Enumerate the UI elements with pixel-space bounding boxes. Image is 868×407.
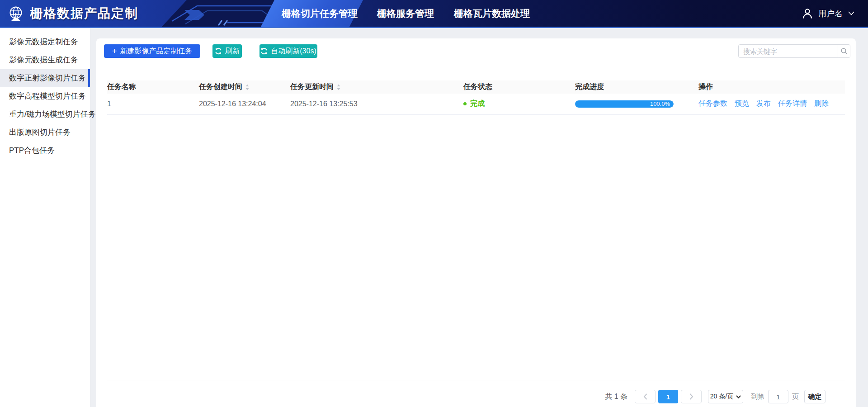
main-area: + 新建影像产品定制任务 刷新 bbox=[90, 28, 868, 407]
next-page-button[interactable] bbox=[681, 390, 702, 403]
progress-bar: 100.0% bbox=[575, 100, 674, 108]
table-header-row: 任务名称 任务创建时间 任务更新时间 bbox=[107, 80, 845, 94]
task-name-cell: 1 bbox=[107, 94, 199, 114]
pagination-divider bbox=[107, 380, 845, 380]
search-icon bbox=[840, 47, 848, 55]
tab-raster-tile-data-processing[interactable]: 栅格瓦片数据处理 bbox=[449, 0, 535, 27]
goto-confirm-button[interactable]: 确定 bbox=[804, 390, 826, 403]
progress-label: 100.0% bbox=[650, 100, 674, 107]
sidebar-item-dem-slice-task[interactable]: 数字高程模型切片任务 bbox=[0, 87, 90, 105]
auto-refresh-icon bbox=[260, 47, 268, 55]
sidebar-item-gravity-magnetic-slice-task[interactable]: 重力/磁力场模型切片任务 bbox=[0, 105, 90, 123]
col-task-status: 任务状态 bbox=[463, 80, 575, 94]
status-badge: 完成 bbox=[470, 99, 485, 109]
user-name: 用户名 bbox=[818, 8, 843, 19]
col-progress: 完成进度 bbox=[575, 80, 698, 94]
action-delete[interactable]: 删除 bbox=[814, 99, 829, 109]
pagination: 共 1 条 1 20 条/页 到第 页 确定 bbox=[605, 390, 826, 403]
brand: 栅格数据产品定制 bbox=[7, 0, 138, 27]
auto-refresh-button[interactable]: 自动刷新(30s) bbox=[259, 44, 317, 58]
app-title: 栅格数据产品定制 bbox=[30, 5, 138, 22]
toolbar: + 新建影像产品定制任务 刷新 bbox=[104, 44, 317, 58]
action-task-detail[interactable]: 任务详情 bbox=[778, 99, 807, 109]
sort-carets-icon[interactable] bbox=[245, 84, 250, 91]
col-task-name: 任务名称 bbox=[107, 80, 199, 94]
tab-raster-service-mgmt[interactable]: 栅格服务管理 bbox=[363, 0, 448, 27]
sidebar-item-published-map-slice-task[interactable]: 出版原图切片任务 bbox=[0, 123, 90, 142]
created-time-cell: 2025-12-16 13:24:04 bbox=[199, 94, 290, 114]
user-icon bbox=[802, 8, 813, 19]
updated-time-cell: 2025-12-16 13:25:53 bbox=[290, 94, 463, 114]
app-header: 栅格数据产品定制 栅格切片任务管理 栅格服务管理 栅格瓦片数据处理 用户名 bbox=[0, 0, 868, 28]
refresh-icon bbox=[215, 47, 222, 55]
search-box bbox=[738, 44, 850, 58]
chevron-down-icon bbox=[848, 11, 854, 15]
tab-raster-slice-task-mgmt[interactable]: 栅格切片任务管理 bbox=[277, 0, 363, 27]
sidebar-item-image-metadata-custom-task[interactable]: 影像元数据定制任务 bbox=[0, 33, 90, 51]
new-task-button[interactable]: + 新建影像产品定制任务 bbox=[104, 44, 200, 58]
user-menu[interactable]: 用户名 bbox=[802, 0, 854, 27]
refresh-button[interactable]: 刷新 bbox=[212, 44, 242, 58]
plus-icon: + bbox=[112, 47, 117, 55]
goto-suffix-label: 页 bbox=[792, 393, 799, 401]
page-number-button[interactable]: 1 bbox=[658, 390, 678, 403]
action-publish[interactable]: 发布 bbox=[756, 99, 771, 109]
select-chevron-icon bbox=[736, 395, 741, 398]
action-preview[interactable]: 预览 bbox=[735, 99, 749, 109]
chevron-right-icon bbox=[689, 393, 693, 400]
sidebar-item-ptp-package-task[interactable]: PTP合包任务 bbox=[0, 142, 90, 160]
progress-fill: 100.0% bbox=[575, 100, 674, 108]
col-created-time[interactable]: 任务创建时间 bbox=[199, 80, 290, 94]
status-dot bbox=[463, 102, 467, 105]
prev-page-button[interactable] bbox=[635, 390, 656, 403]
action-task-params[interactable]: 任务参数 bbox=[698, 99, 727, 109]
goto-page-input[interactable] bbox=[768, 390, 788, 403]
search-button[interactable] bbox=[838, 45, 850, 57]
col-actions: 操作 bbox=[698, 80, 845, 94]
globe-logo-icon bbox=[7, 5, 24, 22]
sidebar-item-image-metadata-generate-task[interactable]: 影像元数据生成任务 bbox=[0, 51, 90, 69]
actions-cell: 任务参数 预览 发布 任务详情 删除 bbox=[698, 94, 845, 114]
chevron-left-icon bbox=[643, 393, 647, 400]
status-cell: 完成 bbox=[463, 94, 575, 114]
goto-prefix-label: 到第 bbox=[751, 393, 764, 401]
progress-cell: 100.0% bbox=[575, 94, 698, 114]
content-card: + 新建影像产品定制任务 刷新 bbox=[96, 38, 856, 407]
table-row: 1 2025-12-16 13:24:04 2025-12-16 13:25:5… bbox=[107, 94, 845, 114]
sort-carets-icon[interactable] bbox=[336, 84, 341, 91]
sidebar: 影像元数据定制任务 影像元数据生成任务 数字正射影像切片任务 数字高程模型切片任… bbox=[0, 28, 90, 407]
search-input[interactable] bbox=[739, 45, 838, 57]
col-updated-time[interactable]: 任务更新时间 bbox=[290, 80, 463, 94]
task-table: 任务名称 任务创建时间 任务更新时间 bbox=[107, 80, 845, 115]
total-count: 共 1 条 bbox=[605, 392, 627, 402]
page-size-select[interactable]: 20 条/页 bbox=[708, 390, 743, 403]
sidebar-item-dom-slice-task[interactable]: 数字正射影像切片任务 bbox=[0, 69, 90, 87]
